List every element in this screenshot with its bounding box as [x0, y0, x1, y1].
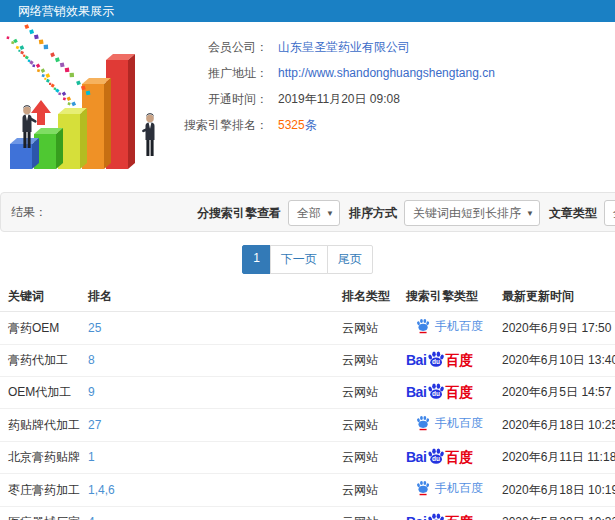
- company-link[interactable]: 山东皇圣堂药业有限公司: [278, 34, 410, 60]
- cell-keyword: OEM代加工: [0, 377, 80, 409]
- cell-update-time: 2020年6月18日 10:19: [494, 474, 615, 507]
- cell-rank[interactable]: 25: [80, 312, 334, 345]
- open-time-value: 2019年11月20日 09:08: [278, 86, 400, 112]
- ranking-count-suffix: 条: [305, 118, 317, 132]
- businessman-right: [142, 113, 155, 156]
- cell-update-time: 2020年6月11日 11:18: [494, 442, 615, 474]
- ranking-count-number: 5325: [278, 118, 305, 132]
- next-page-button[interactable]: 下一页: [270, 245, 328, 274]
- mobile-baidu-badge: 手机百度: [406, 480, 483, 496]
- baidu-logo: Bai du 百度: [406, 448, 473, 467]
- last-page-button[interactable]: 尾页: [327, 245, 373, 274]
- baidu-logo-name: 百度: [445, 385, 473, 400]
- cell-rank[interactable]: 4: [80, 507, 334, 520]
- sort-select[interactable]: 关键词由短到长排序 ▼: [404, 200, 540, 226]
- cell-rank[interactable]: 27: [80, 409, 334, 442]
- mobile-baidu-badge: 手机百度: [406, 415, 483, 431]
- baidu-paw-icon: du: [427, 383, 445, 399]
- cell-rank-type: 云网站: [334, 377, 398, 409]
- cell-rank-type: 云网站: [334, 507, 398, 520]
- cell-engine: Bai du 百度: [398, 345, 494, 377]
- baidu-logo-name: 百度: [445, 353, 473, 368]
- cell-engine: 手机百度: [398, 409, 494, 442]
- header-keyword: 关键词: [0, 282, 80, 312]
- pagination: 1 下一页 尾页: [0, 245, 615, 274]
- sort-select-value: 关键词由短到长排序: [413, 206, 521, 220]
- cell-rank[interactable]: 1,4,6: [80, 474, 334, 507]
- baidu-logo-name: 百度: [445, 515, 473, 520]
- company-label: 会员公司：: [184, 34, 268, 60]
- baidu-logo-bai: Bai: [406, 385, 426, 400]
- cell-engine: 手机百度: [398, 474, 494, 507]
- cell-update-time: 2020年5月29日 10:32: [494, 507, 615, 520]
- article-type-select[interactable]: 全部 ▼: [604, 200, 615, 226]
- sort-filter-label: 排序方式: [349, 205, 397, 222]
- cell-keyword: 药贴牌代加工: [0, 409, 80, 442]
- page-button-current[interactable]: 1: [242, 245, 271, 274]
- chevron-down-icon: ▼: [526, 202, 534, 226]
- mobile-baidu-label: 手机百度: [435, 481, 483, 496]
- cell-rank[interactable]: 8: [80, 345, 334, 377]
- engine-select[interactable]: 全部 ▼: [288, 200, 340, 226]
- mobile-baidu-paw-icon: [416, 480, 430, 496]
- promo-url-link[interactable]: http://www.shandonghuangshengtang.cn: [278, 60, 495, 86]
- svg-text:du: du: [432, 455, 440, 462]
- growth-chart-image: [0, 22, 184, 184]
- bar-chart-illustration: [0, 22, 184, 184]
- baidu-paw-icon: du: [427, 513, 445, 520]
- filter-bar: 结果： 分搜索引擎查看 全部 ▼ 排序方式 关键词由短到长排序 ▼ 文章类型 全…: [0, 192, 615, 232]
- company-row: 会员公司： 山东皇圣堂药业有限公司: [184, 34, 495, 60]
- table-row: 医疗器械厂家 4 云网站 Bai du 百度 2020年5月29日 10:32: [0, 507, 615, 520]
- table-body: 膏药OEM 25 云网站 手机百度 2020年6月9日 17:50 膏药代加工 …: [0, 312, 615, 520]
- cell-engine: Bai du 百度: [398, 507, 494, 520]
- ranking-count-label: 搜索引擎排名：: [184, 112, 268, 138]
- promo-url-label: 推广地址：: [184, 60, 268, 86]
- table-row: 膏药代加工 8 云网站 Bai du 百度 2020年6月10日 13:40: [0, 345, 615, 377]
- mobile-baidu-paw-icon: [416, 415, 430, 431]
- table-row: 枣庄膏药加工 1,4,6 云网站 手机百度 2020年6月18日 10:19: [0, 474, 615, 507]
- cell-update-time: 2020年6月18日 10:25: [494, 409, 615, 442]
- cell-update-time: 2020年6月9日 17:50: [494, 312, 615, 345]
- cell-rank-type: 云网站: [334, 442, 398, 474]
- baidu-logo-bai: Bai: [406, 353, 426, 368]
- cell-engine: Bai du 百度: [398, 442, 494, 474]
- promo-url-row: 推广地址： http://www.shandonghuangshengtang.…: [184, 60, 495, 86]
- open-time-label: 开通时间：: [184, 86, 268, 112]
- baidu-paw-icon: du: [427, 351, 445, 367]
- ranking-count-row: 搜索引擎排名： 5325条: [184, 112, 495, 138]
- info-fields: 会员公司： 山东皇圣堂药业有限公司 推广地址： http://www.shand…: [184, 22, 495, 188]
- baidu-logo-name: 百度: [445, 450, 473, 465]
- ranking-count-value: 5325条: [278, 112, 317, 138]
- cell-engine: 手机百度: [398, 312, 494, 345]
- cell-engine: Bai du 百度: [398, 377, 494, 409]
- cell-rank[interactable]: 1: [80, 442, 334, 474]
- cell-update-time: 2020年6月5日 14:57: [494, 377, 615, 409]
- info-section: 会员公司： 山东皇圣堂药业有限公司 推广地址： http://www.shand…: [0, 22, 615, 188]
- engine-select-value: 全部: [297, 206, 321, 220]
- header-rank: 排名: [80, 282, 334, 312]
- header-engine-type: 搜索引擎类型: [398, 282, 494, 312]
- table-header-row: 关键词 排名 排名类型 搜索引擎类型 最新更新时间: [0, 282, 615, 312]
- header-rank-type: 排名类型: [334, 282, 398, 312]
- ranking-table: 关键词 排名 排名类型 搜索引擎类型 最新更新时间 膏药OEM 25 云网站: [0, 282, 615, 520]
- baidu-logo: Bai du 百度: [406, 351, 473, 370]
- cell-rank-type: 云网站: [334, 474, 398, 507]
- cell-keyword: 枣庄膏药加工: [0, 474, 80, 507]
- mobile-baidu-badge: 手机百度: [406, 318, 483, 334]
- table-row: 北京膏药贴牌 1 云网站 Bai du 百度 2020年6月11日 11:18: [0, 442, 615, 474]
- cell-keyword: 医疗器械厂家: [0, 507, 80, 520]
- baidu-logo-bai: Bai: [406, 450, 426, 465]
- svg-text:du: du: [432, 358, 440, 365]
- cell-rank-type: 云网站: [334, 345, 398, 377]
- cell-keyword: 膏药代加工: [0, 345, 80, 377]
- mobile-baidu-label: 手机百度: [435, 319, 483, 334]
- mobile-baidu-paw-icon: [416, 318, 430, 334]
- filter-controls: 分搜索引擎查看 全部 ▼ 排序方式 关键词由短到长排序 ▼ 文章类型 全部 ▼ …: [197, 193, 615, 233]
- baidu-logo: Bai du 百度: [406, 383, 473, 402]
- mobile-baidu-label: 手机百度: [435, 416, 483, 431]
- open-time-row: 开通时间： 2019年11月20日 09:08: [184, 86, 495, 112]
- baidu-paw-icon: du: [427, 448, 445, 464]
- baidu-logo-bai: Bai: [406, 515, 426, 520]
- cell-rank[interactable]: 9: [80, 377, 334, 409]
- page-title: 网络营销效果展示: [18, 4, 114, 18]
